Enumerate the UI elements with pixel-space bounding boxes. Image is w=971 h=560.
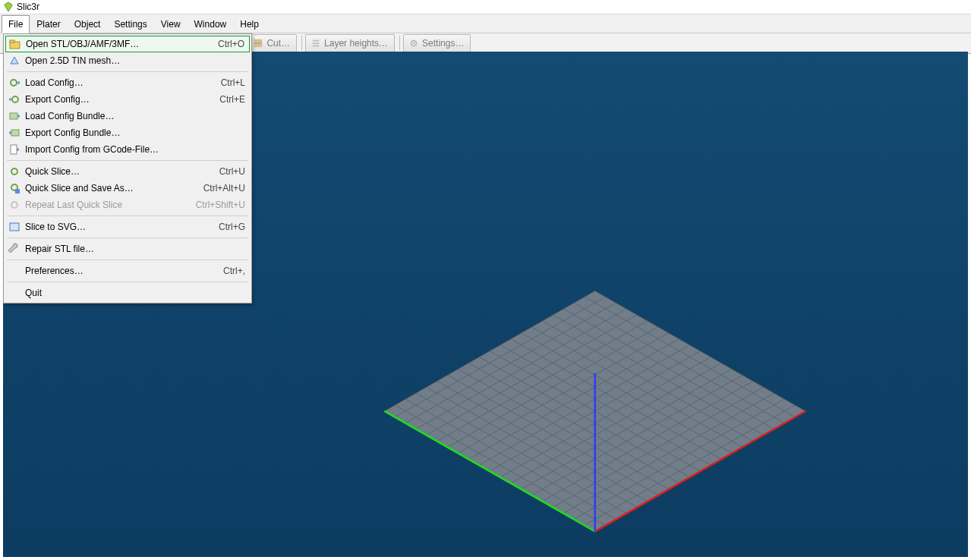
- svg-rect-10: [313, 42, 320, 44]
- svg-rect-9: [313, 40, 320, 42]
- menu-label: Preferences…: [25, 266, 84, 276]
- bundle-in-icon: [8, 110, 20, 122]
- gear-out-icon: [8, 93, 20, 105]
- menu-label: Quit: [25, 288, 42, 298]
- menu-help[interactable]: Help: [233, 15, 266, 33]
- svg-point-56: [11, 80, 17, 86]
- svg-marker-55: [11, 57, 18, 64]
- menu-label: Load Config Bundle…: [25, 111, 114, 121]
- menu-file[interactable]: File: [2, 15, 30, 33]
- layer-heights-button[interactable]: Layer heights…: [305, 34, 395, 52]
- menu-separator: [7, 160, 248, 161]
- layer-heights-label: Layer heights…: [324, 38, 388, 49]
- svg-rect-63: [15, 189, 20, 193]
- svg-rect-58: [10, 113, 17, 119]
- svg-point-13: [413, 42, 415, 45]
- svg-point-61: [11, 168, 17, 175]
- wrench-icon: [8, 243, 20, 255]
- svg-rect-60: [11, 145, 17, 154]
- svg-marker-0: [5, 2, 13, 11]
- menu-accel: Ctrl+Alt+U: [203, 183, 245, 193]
- menu-load-config[interactable]: Load Config… Ctrl+L: [5, 74, 250, 91]
- gear-icon: [8, 165, 20, 178]
- menu-label: Load Config…: [25, 77, 84, 88]
- cut-button[interactable]: Cut…: [247, 34, 297, 52]
- menu-accel: Ctrl+G: [219, 222, 245, 232]
- menu-slice-svg[interactable]: Slice to SVG… Ctrl+G: [5, 219, 250, 235]
- svg-point-57: [12, 96, 18, 102]
- menu-separator: [7, 260, 248, 260]
- svg-rect-54: [10, 40, 14, 42]
- menu-label: Quick Slice and Save As…: [25, 183, 134, 193]
- menu-separator: [7, 71, 248, 72]
- menu-accel: Ctrl+O: [218, 39, 244, 49]
- menu-load-bundle[interactable]: Load Config Bundle…: [5, 108, 250, 124]
- menu-window[interactable]: Window: [188, 15, 234, 33]
- toolbar-sep: [399, 36, 400, 51]
- menu-quick-slice[interactable]: Quick Slice… Ctrl+U: [5, 163, 250, 180]
- menu-export-bundle[interactable]: Export Config Bundle…: [5, 124, 250, 141]
- cut-icon: [253, 38, 263, 49]
- svg-icon: [8, 221, 20, 233]
- menu-separator: [7, 282, 248, 282]
- menu-plater[interactable]: Plater: [30, 15, 67, 33]
- svg-rect-11: [313, 46, 320, 47]
- menu-repeat-quick-slice: Repeat Last Quick Slice Ctrl+Shift+U: [5, 197, 250, 213]
- menu-accel: Ctrl+E: [219, 94, 245, 105]
- menu-label: Quick Slice…: [25, 166, 80, 177]
- menu-label: Repair STL file…: [25, 244, 94, 254]
- bundle-out-icon: [8, 127, 20, 139]
- gear-save-icon: [8, 182, 20, 194]
- menu-import-gcode[interactable]: Import Config from GCode-File…: [5, 141, 250, 158]
- gcode-icon: [8, 143, 20, 156]
- gear-disabled-icon: [8, 199, 20, 211]
- menu-label: Open STL/OBJ/AMF/3MF…: [26, 39, 139, 49]
- menu-accel: Ctrl+Shift+U: [196, 200, 245, 210]
- layers-icon: [311, 38, 321, 49]
- menu-label: Open 2.5D TIN mesh…: [25, 55, 120, 66]
- menubar: File Plater Object Settings View Window …: [0, 14, 971, 33]
- menu-quit[interactable]: Quit: [5, 285, 250, 301]
- menu-accel: Ctrl+L: [221, 77, 245, 88]
- obj-settings-button[interactable]: Settings…: [403, 34, 471, 52]
- gear-in-icon: [8, 77, 20, 89]
- menu-label: Slice to SVG…: [25, 222, 86, 232]
- file-menu-dropdown: Open STL/OBJ/AMF/3MF… Ctrl+O Open 2.5D T…: [3, 33, 252, 304]
- menu-label: Import Config from GCode-File…: [25, 144, 159, 155]
- menu-open-stl[interactable]: Open STL/OBJ/AMF/3MF… Ctrl+O: [5, 36, 250, 52]
- menu-settings[interactable]: Settings: [107, 15, 153, 33]
- menu-open-25d[interactable]: Open 2.5D TIN mesh…: [5, 52, 250, 69]
- menu-preferences[interactable]: Preferences… Ctrl+,: [5, 263, 250, 279]
- menu-label: Repeat Last Quick Slice: [25, 200, 122, 210]
- cut-label: Cut…: [266, 38, 290, 49]
- svg-rect-65: [10, 223, 19, 231]
- obj-settings-label: Settings…: [422, 38, 464, 49]
- app-icon: [3, 2, 14, 12]
- menu-accel: Ctrl+,: [223, 266, 245, 276]
- gear-icon: [408, 38, 419, 49]
- window-titlebar: Slic3r: [0, 0, 971, 14]
- toolbar-sep: [301, 36, 302, 51]
- menu-export-config[interactable]: Export Config… Ctrl+E: [5, 91, 250, 108]
- menu-label: Export Config…: [25, 94, 90, 105]
- svg-rect-59: [11, 130, 19, 136]
- mesh-icon: [8, 55, 20, 67]
- menu-quick-slice-save[interactable]: Quick Slice and Save As… Ctrl+Alt+U: [5, 180, 250, 197]
- menu-object[interactable]: Object: [68, 15, 108, 33]
- window-title: Slic3r: [17, 0, 39, 14]
- menu-separator: [7, 238, 248, 238]
- menu-separator: [7, 216, 248, 216]
- menu-repair-stl[interactable]: Repair STL file…: [5, 241, 250, 257]
- open-icon: [9, 39, 21, 51]
- menu-label: Export Config Bundle…: [25, 127, 120, 138]
- menu-accel: Ctrl+U: [219, 166, 245, 177]
- svg-point-64: [11, 202, 17, 208]
- menu-view[interactable]: View: [154, 15, 188, 33]
